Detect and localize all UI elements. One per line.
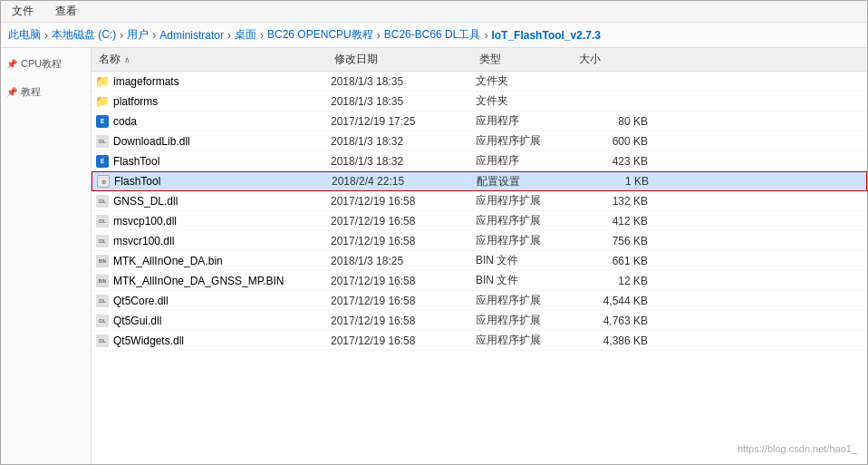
table-row[interactable]: E FlashTool 2018/1/3 18:32 应用程序 423 KB — [92, 151, 867, 171]
breadcrumb-users[interactable]: 用户 — [127, 27, 149, 43]
main-pane: 名称 ∧ 修改日期 类型 大小 📁 imageformats 2018/1/3 … — [92, 48, 867, 464]
file-date: 2017/12/19 16:58 — [331, 315, 476, 327]
file-name: DL msvcp100.dll — [95, 214, 331, 228]
exe-icon: E — [95, 154, 110, 169]
file-list: 📁 imageformats 2018/1/3 18:35 文件夹 📁 plat… — [92, 72, 867, 464]
table-row[interactable]: ⚙ FlashTool 2018/2/4 22:15 配置设置 1 KB — [92, 171, 867, 191]
menu-file[interactable]: 文件 — [8, 2, 37, 21]
menu-view[interactable]: 查看 — [52, 2, 81, 21]
table-row[interactable]: DL msvcp100.dll 2017/12/19 16:58 应用程序扩展 … — [92, 211, 867, 231]
breadcrumb-c[interactable]: 本地磁盘 (C:) — [52, 27, 116, 43]
file-size: 1 KB — [576, 175, 649, 188]
bin-icon: BIN — [95, 254, 110, 268]
breadcrumb-admin[interactable]: Administrator — [159, 29, 224, 42]
file-name: ⚙ FlashTool — [96, 174, 332, 189]
file-date: 2017/12/19 16:58 — [331, 195, 476, 208]
file-type: 应用程序扩展 — [476, 333, 575, 348]
col-date-header[interactable]: 修改日期 — [331, 52, 476, 67]
col-type-header[interactable]: 类型 — [476, 52, 575, 67]
file-name: BIN MTK_AllInOne_DA_GNSS_MP.BIN — [95, 274, 331, 288]
file-size: 80 KB — [575, 115, 648, 128]
file-date: 2018/1/3 18:32 — [331, 135, 476, 148]
breadcrumb-current[interactable]: IoT_FlashTool_v2.7.3 — [491, 29, 600, 42]
folder-icon: 📁 — [95, 94, 110, 109]
dll-icon: DL — [95, 194, 110, 208]
table-row[interactable]: DL Qt5Widgets.dll 2017/12/19 16:58 应用程序扩… — [92, 331, 867, 351]
file-name: E coda — [95, 114, 331, 129]
file-type: 应用程序扩展 — [476, 213, 575, 228]
col-name-header[interactable]: 名称 ∧ — [95, 52, 331, 67]
file-type: 应用程序 — [476, 113, 575, 129]
sidebar-item-cpu[interactable]: 📌 CPU教程 — [5, 55, 87, 73]
file-explorer-window: 文件 查看 此电脑 › 本地磁盘 (C:) › 用户 › Administrat… — [0, 0, 868, 465]
file-date: 2017/12/19 16:58 — [331, 235, 476, 247]
file-name: DL Qt5Widgets.dll — [95, 334, 331, 348]
file-size: 12 KB — [575, 275, 648, 287]
sort-arrow: ∧ — [124, 55, 130, 64]
file-name: DL Qt5Gui.dll — [95, 314, 331, 328]
file-type: BIN 文件 — [476, 273, 575, 288]
file-type: 应用程序 — [476, 153, 575, 169]
file-date: 2017/12/19 16:58 — [331, 215, 476, 228]
dll-icon: DL — [95, 334, 110, 348]
file-date: 2018/1/3 18:25 — [331, 255, 476, 267]
table-row[interactable]: E coda 2017/12/19 17:25 应用程序 80 KB — [92, 111, 867, 131]
file-date: 2018/1/3 18:32 — [331, 155, 476, 168]
bin-icon: BIN — [95, 274, 110, 288]
file-type: BIN 文件 — [476, 253, 575, 268]
file-size: 132 KB — [575, 195, 648, 208]
file-name: E FlashTool — [95, 154, 331, 169]
file-size: 4,544 KB — [575, 295, 648, 307]
exe-icon: E — [95, 114, 110, 129]
file-size: 4,763 KB — [575, 315, 648, 327]
file-type: 应用程序扩展 — [476, 133, 575, 149]
file-date: 2017/12/19 17:25 — [331, 115, 476, 128]
file-date: 2018/1/3 18:35 — [331, 75, 476, 88]
file-name: 📁 platforms — [95, 94, 331, 109]
file-type: 应用程序扩展 — [476, 293, 575, 308]
dll-icon: DL — [95, 134, 110, 149]
file-size: 4,386 KB — [575, 334, 648, 347]
sidebar: 📌 CPU教程 📌 教程 — [1, 48, 92, 464]
config-icon: ⚙ — [96, 174, 111, 189]
col-size-header[interactable]: 大小 — [575, 52, 648, 67]
sidebar-item-tutorial[interactable]: 📌 教程 — [5, 83, 87, 101]
file-type: 文件夹 — [476, 73, 575, 89]
table-row[interactable]: BIN MTK_AllInOne_DA.bin 2018/1/3 18:25 B… — [92, 251, 867, 271]
breadcrumb-home[interactable]: 此电脑 — [8, 27, 41, 43]
content-area: 📌 CPU教程 📌 教程 名称 ∧ 修改日期 类型 大小 — [1, 48, 867, 464]
file-size: 756 KB — [575, 235, 648, 247]
file-name: DL msvcr100.dll — [95, 234, 331, 248]
table-row[interactable]: BIN MTK_AllInOne_DA_GNSS_MP.BIN 2017/12/… — [92, 271, 867, 291]
file-size: 412 KB — [575, 215, 648, 228]
file-size: 661 KB — [575, 255, 648, 267]
file-date: 2018/2/4 22:15 — [332, 175, 477, 188]
table-row[interactable]: DL DownloadLib.dll 2018/1/3 18:32 应用程序扩展… — [92, 131, 867, 151]
table-row[interactable]: 📁 platforms 2018/1/3 18:35 文件夹 — [92, 92, 867, 111]
sidebar-item-label-tutorial: 教程 — [21, 85, 41, 99]
sidebar-item-label-cpu: CPU教程 — [21, 57, 62, 71]
breadcrumb-dl[interactable]: BC26-BC66 DL工具 — [384, 27, 481, 43]
breadcrumb-desktop[interactable]: 桌面 — [235, 27, 256, 43]
folder-icon: 📁 — [95, 74, 110, 89]
pin-icon: 📌 — [6, 59, 17, 70]
breadcrumb-bc26[interactable]: BC26 OPENCPU教程 — [267, 27, 373, 43]
file-name: 📁 imageformats — [95, 74, 331, 89]
table-row[interactable]: DL Qt5Core.dll 2017/12/19 16:58 应用程序扩展 4… — [92, 291, 867, 311]
dll-icon: DL — [95, 214, 110, 228]
file-type: 应用程序扩展 — [476, 233, 575, 248]
file-date: 2017/12/19 16:58 — [331, 295, 476, 307]
table-row[interactable]: DL GNSS_DL.dll 2017/12/19 16:58 应用程序扩展 1… — [92, 191, 867, 211]
table-row[interactable]: DL Qt5Gui.dll 2017/12/19 16:58 应用程序扩展 4,… — [92, 311, 867, 331]
file-name: DL GNSS_DL.dll — [95, 194, 331, 208]
file-size: 600 KB — [575, 135, 648, 148]
file-name: DL DownloadLib.dll — [95, 134, 331, 149]
pin-icon-2: 📌 — [6, 87, 17, 98]
table-row[interactable]: DL msvcr100.dll 2017/12/19 16:58 应用程序扩展 … — [92, 231, 867, 251]
dll-icon: DL — [95, 294, 110, 308]
dll-icon: DL — [95, 234, 110, 248]
menu-bar: 文件 查看 — [1, 1, 867, 23]
file-name: BIN MTK_AllInOne_DA.bin — [95, 254, 331, 268]
address-bar: 此电脑 › 本地磁盘 (C:) › 用户 › Administrator › 桌… — [1, 23, 867, 48]
table-row[interactable]: 📁 imageformats 2018/1/3 18:35 文件夹 — [92, 72, 867, 92]
